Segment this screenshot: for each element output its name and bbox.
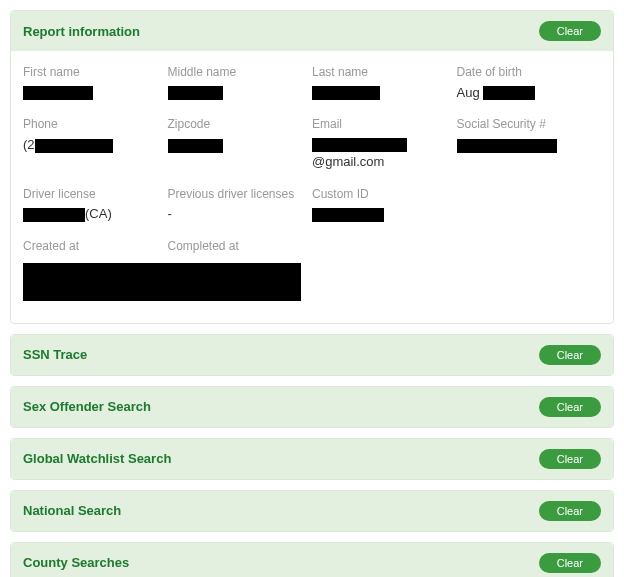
clear-button-report-information[interactable]: Clear: [539, 21, 601, 41]
value-prev-driver-licenses: -: [168, 206, 303, 223]
label-custom-id: Custom ID: [312, 187, 447, 203]
redacted-value: [35, 139, 113, 153]
redacted-value: [312, 138, 407, 152]
field-driver-license: Driver license (CA): [23, 187, 168, 223]
label-driver-license: Driver license: [23, 187, 158, 203]
national-search-header[interactable]: National Search Clear: [11, 491, 613, 531]
global-watchlist-search-header[interactable]: Global Watchlist Search Clear: [11, 439, 613, 479]
global-watchlist-search-panel: Global Watchlist Search Clear: [10, 438, 614, 480]
county-searches-header[interactable]: County Searches Clear: [11, 543, 613, 577]
field-middle-name: Middle name: [168, 65, 313, 101]
clear-button-sex-offender[interactable]: Clear: [539, 397, 601, 417]
label-first-name: First name: [23, 65, 158, 81]
field-custom-id: Custom ID: [312, 187, 457, 223]
field-ssn: Social Security #: [457, 117, 602, 170]
redacted-value: [23, 208, 85, 222]
clear-button-ssn-trace[interactable]: Clear: [539, 345, 601, 365]
value-email-suffix: @gmail.com: [312, 154, 384, 169]
redacted-value: [483, 86, 535, 100]
label-dob: Date of birth: [457, 65, 592, 81]
label-middle-name: Middle name: [168, 65, 303, 81]
clear-button-global-watchlist[interactable]: Clear: [539, 449, 601, 469]
global-watchlist-search-title: Global Watchlist Search: [23, 451, 171, 466]
sex-offender-search-panel: Sex Offender Search Clear: [10, 386, 614, 428]
label-email: Email: [312, 117, 447, 133]
ssn-trace-panel: SSN Trace Clear: [10, 334, 614, 376]
field-dob: Date of birth Aug: [457, 65, 602, 101]
label-completed-at: Completed at: [168, 239, 303, 255]
field-empty: [457, 187, 602, 223]
ssn-trace-header[interactable]: SSN Trace Clear: [11, 335, 613, 375]
ssn-trace-title: SSN Trace: [23, 347, 87, 362]
field-zipcode: Zipcode: [168, 117, 313, 170]
clear-button-national-search[interactable]: Clear: [539, 501, 601, 521]
redacted-value: [23, 86, 93, 100]
redacted-value: [312, 208, 384, 222]
national-search-title: National Search: [23, 503, 121, 518]
report-information-title: Report information: [23, 24, 140, 39]
field-created-at: Created at: [23, 239, 168, 259]
report-information-header[interactable]: Report information Clear: [11, 11, 613, 51]
label-ssn: Social Security #: [457, 117, 592, 133]
label-phone: Phone: [23, 117, 158, 133]
value-phone-prefix: (2: [23, 137, 35, 152]
redacted-timestamps: [23, 263, 301, 301]
redacted-value: [312, 86, 380, 100]
redacted-value: [457, 139, 557, 153]
redacted-value: [168, 86, 223, 100]
national-search-panel: National Search Clear: [10, 490, 614, 532]
report-information-panel: Report information Clear First name Midd…: [10, 10, 614, 324]
field-email: Email @gmail.com: [312, 117, 457, 170]
field-completed-at: Completed at: [168, 239, 313, 259]
field-phone: Phone (2: [23, 117, 168, 170]
field-last-name: Last name: [312, 65, 457, 101]
value-driver-license-suffix: (CA): [85, 206, 112, 221]
label-created-at: Created at: [23, 239, 158, 255]
report-information-body: First name Middle name Last name Date of…: [11, 51, 613, 323]
value-dob-prefix: Aug: [457, 85, 484, 100]
label-zipcode: Zipcode: [168, 117, 303, 133]
county-searches-panel: County Searches Clear: [10, 542, 614, 577]
label-prev-driver-licenses: Previous driver licenses: [168, 187, 303, 203]
sex-offender-search-title: Sex Offender Search: [23, 399, 151, 414]
county-searches-title: County Searches: [23, 555, 129, 570]
field-first-name: First name: [23, 65, 168, 101]
clear-button-county-searches[interactable]: Clear: [539, 553, 601, 573]
sex-offender-search-header[interactable]: Sex Offender Search Clear: [11, 387, 613, 427]
redacted-value: [168, 139, 223, 153]
field-prev-driver-licenses: Previous driver licenses -: [168, 187, 313, 223]
label-last-name: Last name: [312, 65, 447, 81]
